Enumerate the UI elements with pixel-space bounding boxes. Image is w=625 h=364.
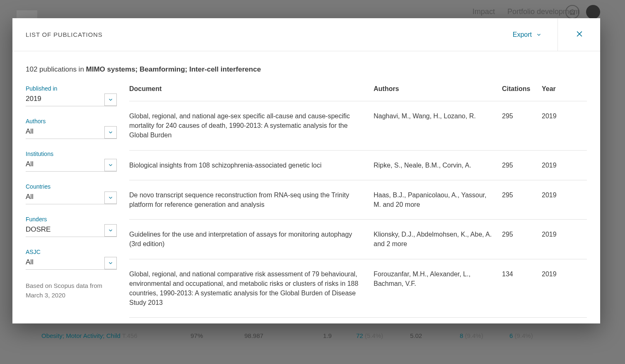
cell-document: Guidelines for the use and interpretatio… — [129, 230, 374, 249]
cell-authors: Forouzanfar, M.H., Alexander, L., Bachma… — [374, 269, 502, 308]
background-data-row: Obesity; Motor Activity; Child T.456 97%… — [41, 332, 600, 339]
cell-authors: Haas, B.J., Papanicolaou, A., Yassour, M… — [374, 190, 502, 209]
export-label: Export — [513, 31, 532, 38]
filter-label: Institutions — [26, 151, 117, 157]
cell-authors: Naghavi, M., Wang, H., Lozano, R. — [374, 111, 502, 140]
filter-panel: Published in2019AuthorsAllInstitutionsAl… — [26, 85, 117, 323]
chevron-down-icon — [104, 159, 117, 171]
table-row[interactable]: De novo transcript sequence reconstructi… — [129, 180, 587, 220]
modal-header: LIST OF PUBLICATIONS Export — [12, 18, 600, 51]
filter-select[interactable]: 2019 — [26, 93, 117, 106]
bg-v2: 98.987 — [244, 332, 323, 339]
header-citations[interactable]: Citations — [502, 85, 542, 93]
cell-document: Biological insights from 108 schizophren… — [129, 160, 374, 170]
cell-year: 2019 — [542, 230, 567, 249]
bg-v6: 8 (9.4%) — [460, 332, 509, 339]
modal-title: LIST OF PUBLICATIONS — [26, 31, 102, 38]
filter-select[interactable]: All — [26, 257, 117, 270]
bg-v7: 6 (9.4%) — [509, 332, 551, 339]
bg-topic-link: Obesity; Motor Activity; Child — [41, 332, 121, 339]
publications-table: Document Authors Citations Year Global, … — [129, 85, 587, 323]
cell-document: Global, regional, and national comparati… — [129, 269, 374, 308]
bg-topic-id: T.456 — [122, 332, 138, 339]
filter-asjc: ASJCAll — [26, 249, 117, 270]
filter-label: Authors — [26, 118, 117, 125]
cell-document: De novo transcript sequence reconstructi… — [129, 190, 374, 209]
filter-countries: CountriesAll — [26, 183, 117, 204]
modal-body: 102 publications in MIMO systems; Beamfo… — [12, 51, 600, 323]
filter-label: Countries — [26, 183, 117, 190]
chevron-down-icon — [536, 32, 542, 38]
institution-icon — [565, 5, 579, 19]
filter-value: All — [26, 258, 34, 266]
bg-v4: 72 (5.4%) — [356, 332, 410, 339]
cell-citations: 295 — [502, 190, 542, 209]
background-nav: Impact Portfolio development — [473, 7, 579, 16]
filter-value: 2019 — [26, 95, 41, 103]
cell-authors: Klionsky, D.J., Abdelmohsen, K., Abe, A.… — [374, 230, 502, 249]
cell-year: 2019 — [542, 111, 567, 140]
chevron-down-icon — [104, 192, 117, 204]
cell-citations: 295 — [502, 111, 542, 140]
cell-year: 2019 — [542, 190, 567, 209]
table-row[interactable]: Biological insights from 108 schizophren… — [129, 151, 587, 180]
chevron-down-icon — [104, 257, 117, 269]
header-authors[interactable]: Authors — [374, 85, 502, 93]
filter-authors: AuthorsAll — [26, 118, 117, 139]
header-document[interactable]: Document — [129, 85, 374, 93]
filter-select[interactable]: DOSRE — [26, 224, 117, 237]
bg-v3: 1.9 — [323, 332, 356, 339]
cell-citations: 295 — [502, 230, 542, 249]
cell-year: 2019 — [542, 160, 567, 170]
cell-citations: 295 — [502, 160, 542, 170]
export-button[interactable]: Export — [509, 29, 546, 41]
cell-authors: Ripke, S., Neale, B.M., Corvin, A. — [374, 160, 502, 170]
filter-label: Funders — [26, 216, 117, 223]
filter-select[interactable]: All — [26, 192, 117, 204]
filter-select[interactable]: All — [26, 159, 117, 172]
nav-impact: Impact — [473, 7, 495, 16]
filter-select[interactable]: All — [26, 126, 117, 139]
filter-institutions: InstitutionsAll — [26, 151, 117, 172]
bg-v5: 5.02 — [410, 332, 460, 339]
filter-value: All — [26, 193, 34, 201]
table-row[interactable]: Guidelines for the use and interpretatio… — [129, 220, 587, 259]
filters-note: Based on Scopus data from March 3, 2020 — [26, 281, 117, 300]
filter-label: ASJC — [26, 249, 117, 255]
close-button[interactable] — [572, 26, 587, 43]
publications-modal: LIST OF PUBLICATIONS Export 102 publicat… — [12, 18, 600, 323]
chevron-down-icon — [104, 93, 117, 106]
cell-document: Global, regional, and national age-sex s… — [129, 111, 374, 140]
table-row[interactable]: Global, regional, and national age-sex s… — [129, 101, 587, 151]
filter-value: All — [26, 160, 34, 168]
filter-published-in: Published in2019 — [26, 85, 117, 106]
filter-label: Published in — [26, 85, 117, 92]
publications-subheading: 102 publications in MIMO systems; Beamfo… — [26, 65, 587, 74]
chevron-down-icon — [104, 224, 117, 237]
filter-value: All — [26, 127, 34, 136]
filter-funders: FundersDOSRE — [26, 216, 117, 237]
header-year[interactable]: Year — [542, 85, 567, 93]
filter-value: DOSRE — [26, 225, 51, 234]
table-row[interactable]: Biological insights from 108 schizophren… — [129, 318, 587, 323]
bg-v1: 97% — [191, 332, 244, 339]
cell-citations: 134 — [502, 269, 542, 308]
close-icon — [575, 30, 584, 38]
avatar — [586, 5, 600, 19]
chevron-down-icon — [104, 126, 117, 139]
table-header: Document Authors Citations Year — [129, 85, 587, 101]
table-row[interactable]: Global, regional, and national comparati… — [129, 259, 587, 318]
cell-year: 2019 — [542, 269, 567, 308]
